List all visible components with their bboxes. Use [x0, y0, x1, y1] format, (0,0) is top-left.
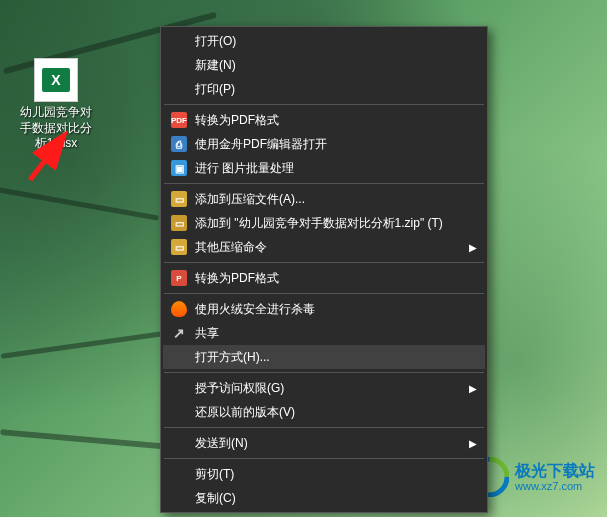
menu-item[interactable]: 新建(N): [163, 53, 485, 77]
menu-separator: [164, 183, 484, 184]
blue-icon: ⎙: [169, 136, 189, 152]
menu-item-label: 发送到(N): [195, 435, 467, 452]
menu-separator: [164, 427, 484, 428]
menu-item-label: 授予访问权限(G): [195, 380, 467, 397]
menu-separator: [164, 458, 484, 459]
menu-item[interactable]: 授予访问权限(G)▶: [163, 376, 485, 400]
pdf-icon: PDF: [169, 112, 189, 128]
blank-icon: [169, 435, 189, 451]
menu-item[interactable]: 发送到(N)▶: [163, 431, 485, 455]
menu-item-label: 使用金舟PDF编辑器打开: [195, 136, 477, 153]
blank-icon: [169, 466, 189, 482]
menu-item[interactable]: ▭添加到压缩文件(A)...: [163, 187, 485, 211]
menu-item-label: 共享: [195, 325, 477, 342]
blank-icon: [169, 380, 189, 396]
share-icon: ↗: [169, 325, 189, 341]
menu-item-label: 打开方式(H)...: [195, 349, 477, 366]
file-label: 幼儿园竞争对手数据对比分析1.xlsx: [20, 105, 92, 152]
pdf2-icon: P: [169, 270, 189, 286]
menu-item[interactable]: 打印(P): [163, 77, 485, 101]
blank-icon: [169, 81, 189, 97]
shield-icon: [169, 301, 189, 317]
menu-item[interactable]: PDF转换为PDF格式: [163, 108, 485, 132]
menu-item[interactable]: 复制(C): [163, 486, 485, 510]
menu-item-label: 剪切(T): [195, 466, 477, 483]
blank-icon: [169, 404, 189, 420]
blank-icon: [169, 33, 189, 49]
zip2-icon: ▭: [169, 215, 189, 231]
menu-separator: [164, 262, 484, 263]
menu-item-label: 使用火绒安全进行杀毒: [195, 301, 477, 318]
menu-item[interactable]: 使用火绒安全进行杀毒: [163, 297, 485, 321]
watermark-url: www.xz7.com: [515, 480, 595, 492]
menu-item-label: 打印(P): [195, 81, 477, 98]
menu-separator: [164, 293, 484, 294]
menu-item-label: 添加到 "幼儿园竞争对手数据对比分析1.zip" (T): [195, 215, 477, 232]
menu-item[interactable]: ▣进行 图片批量处理: [163, 156, 485, 180]
menu-item-label: 进行 图片批量处理: [195, 160, 477, 177]
zip-icon: ▭: [169, 191, 189, 207]
submenu-arrow-icon: ▶: [467, 438, 477, 449]
menu-item[interactable]: 还原以前的版本(V): [163, 400, 485, 424]
menu-item[interactable]: ⎙使用金舟PDF编辑器打开: [163, 132, 485, 156]
menu-item-label: 打开(O): [195, 33, 477, 50]
submenu-arrow-icon: ▶: [467, 383, 477, 394]
blank-icon: [169, 57, 189, 73]
menu-item-label: 还原以前的版本(V): [195, 404, 477, 421]
submenu-arrow-icon: ▶: [467, 242, 477, 253]
watermark-title: 极光下载站: [515, 462, 595, 480]
menu-item[interactable]: P转换为PDF格式: [163, 266, 485, 290]
menu-item-label: 新建(N): [195, 57, 477, 74]
menu-item[interactable]: ↗共享: [163, 321, 485, 345]
menu-separator: [164, 372, 484, 373]
menu-item[interactable]: 打开方式(H)...: [163, 345, 485, 369]
excel-file-icon: X: [34, 58, 78, 102]
context-menu: 打开(O)新建(N)打印(P)PDF转换为PDF格式⎙使用金舟PDF编辑器打开▣…: [160, 26, 488, 513]
menu-item[interactable]: 打开(O): [163, 29, 485, 53]
menu-item[interactable]: ▭添加到 "幼儿园竞争对手数据对比分析1.zip" (T): [163, 211, 485, 235]
zip-icon: ▭: [169, 239, 189, 255]
menu-item-label: 其他压缩命令: [195, 239, 467, 256]
menu-item-label: 转换为PDF格式: [195, 270, 477, 287]
menu-item-label: 转换为PDF格式: [195, 112, 477, 129]
menu-item[interactable]: ▭其他压缩命令▶: [163, 235, 485, 259]
menu-separator: [164, 104, 484, 105]
desktop-file-excel[interactable]: X 幼儿园竞争对手数据对比分析1.xlsx: [20, 58, 92, 152]
menu-item-label: 复制(C): [195, 490, 477, 507]
menu-item[interactable]: 剪切(T): [163, 462, 485, 486]
menu-item-label: 添加到压缩文件(A)...: [195, 191, 477, 208]
blank-icon: [169, 490, 189, 506]
blank-icon: [169, 349, 189, 365]
img-icon: ▣: [169, 160, 189, 176]
